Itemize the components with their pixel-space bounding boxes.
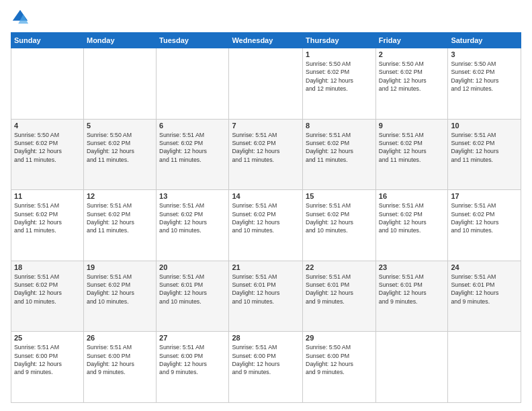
day-info: Sunrise: 5:51 AM Sunset: 6:00 PM Dayligh…	[14, 343, 81, 376]
day-cell: 27Sunrise: 5:51 AM Sunset: 6:00 PM Dayli…	[157, 332, 229, 403]
day-info: Sunrise: 5:50 AM Sunset: 6:02 PM Dayligh…	[451, 60, 518, 93]
day-number: 18	[14, 263, 81, 271]
day-number: 9	[379, 122, 445, 130]
week-row-4: 18Sunrise: 5:51 AM Sunset: 6:02 PM Dayli…	[11, 261, 521, 332]
day-cell: 11Sunrise: 5:51 AM Sunset: 6:02 PM Dayli…	[11, 190, 84, 261]
day-number: 14	[232, 192, 300, 200]
day-cell: 24Sunrise: 5:51 AM Sunset: 6:01 PM Dayli…	[448, 261, 521, 332]
day-number: 12	[87, 192, 153, 200]
day-number: 11	[14, 192, 81, 200]
day-info: Sunrise: 5:51 AM Sunset: 6:02 PM Dayligh…	[14, 201, 81, 234]
day-cell: 1Sunrise: 5:50 AM Sunset: 6:02 PM Daylig…	[303, 48, 376, 120]
day-cell: 19Sunrise: 5:51 AM Sunset: 6:02 PM Dayli…	[83, 261, 156, 332]
day-info: Sunrise: 5:51 AM Sunset: 6:02 PM Dayligh…	[451, 131, 518, 164]
day-info: Sunrise: 5:51 AM Sunset: 6:01 PM Dayligh…	[306, 273, 373, 306]
day-cell: 7Sunrise: 5:51 AM Sunset: 6:02 PM Daylig…	[229, 119, 303, 190]
day-number: 8	[306, 122, 373, 130]
day-number: 15	[306, 192, 373, 200]
day-number: 27	[159, 334, 226, 342]
logo	[11, 8, 32, 27]
day-number: 7	[232, 122, 300, 130]
day-number: 23	[379, 263, 445, 271]
day-number: 16	[379, 192, 445, 200]
day-info: Sunrise: 5:51 AM Sunset: 6:02 PM Dayligh…	[232, 131, 300, 164]
header	[11, 8, 521, 27]
day-cell: 28Sunrise: 5:51 AM Sunset: 6:00 PM Dayli…	[229, 332, 303, 403]
logo-icon	[11, 8, 30, 27]
day-cell	[375, 332, 448, 403]
day-cell	[229, 48, 303, 120]
day-info: Sunrise: 5:50 AM Sunset: 6:02 PM Dayligh…	[87, 131, 153, 164]
day-cell: 9Sunrise: 5:51 AM Sunset: 6:02 PM Daylig…	[375, 119, 448, 190]
day-number: 22	[306, 263, 373, 271]
day-number: 10	[451, 122, 518, 130]
day-cell: 2Sunrise: 5:50 AM Sunset: 6:02 PM Daylig…	[375, 48, 448, 120]
day-cell: 5Sunrise: 5:50 AM Sunset: 6:02 PM Daylig…	[83, 119, 156, 190]
day-info: Sunrise: 5:50 AM Sunset: 6:02 PM Dayligh…	[14, 131, 81, 164]
day-cell: 6Sunrise: 5:51 AM Sunset: 6:02 PM Daylig…	[157, 119, 229, 190]
day-cell: 21Sunrise: 5:51 AM Sunset: 6:01 PM Dayli…	[229, 261, 303, 332]
day-cell: 23Sunrise: 5:51 AM Sunset: 6:01 PM Dayli…	[375, 261, 448, 332]
day-info: Sunrise: 5:51 AM Sunset: 6:02 PM Dayligh…	[159, 131, 226, 164]
day-number: 24	[451, 263, 518, 271]
day-number: 26	[87, 334, 153, 342]
week-row-3: 11Sunrise: 5:51 AM Sunset: 6:02 PM Dayli…	[11, 190, 521, 261]
day-info: Sunrise: 5:51 AM Sunset: 6:02 PM Dayligh…	[232, 201, 300, 234]
day-cell: 20Sunrise: 5:51 AM Sunset: 6:01 PM Dayli…	[157, 261, 229, 332]
day-info: Sunrise: 5:51 AM Sunset: 6:02 PM Dayligh…	[306, 131, 373, 164]
week-row-2: 4Sunrise: 5:50 AM Sunset: 6:02 PM Daylig…	[11, 119, 521, 190]
day-number: 4	[14, 122, 81, 130]
day-number: 29	[306, 334, 373, 342]
day-number: 21	[232, 263, 300, 271]
day-info: Sunrise: 5:50 AM Sunset: 6:02 PM Dayligh…	[379, 60, 445, 93]
day-cell: 26Sunrise: 5:51 AM Sunset: 6:00 PM Dayli…	[83, 332, 156, 403]
day-cell: 18Sunrise: 5:51 AM Sunset: 6:02 PM Dayli…	[11, 261, 84, 332]
day-cell	[11, 48, 84, 120]
day-number: 3	[451, 50, 518, 58]
day-number: 28	[232, 334, 300, 342]
day-info: Sunrise: 5:51 AM Sunset: 6:00 PM Dayligh…	[87, 343, 153, 376]
day-info: Sunrise: 5:51 AM Sunset: 6:02 PM Dayligh…	[14, 273, 81, 306]
day-cell: 10Sunrise: 5:51 AM Sunset: 6:02 PM Dayli…	[448, 119, 521, 190]
day-cell: 12Sunrise: 5:51 AM Sunset: 6:02 PM Dayli…	[83, 190, 156, 261]
day-info: Sunrise: 5:51 AM Sunset: 6:02 PM Dayligh…	[87, 201, 153, 234]
weekday-tuesday: Tuesday	[157, 33, 229, 48]
week-row-1: 1Sunrise: 5:50 AM Sunset: 6:02 PM Daylig…	[11, 48, 521, 120]
weekday-thursday: Thursday	[303, 33, 376, 48]
day-info: Sunrise: 5:51 AM Sunset: 6:02 PM Dayligh…	[159, 201, 226, 234]
day-cell: 8Sunrise: 5:51 AM Sunset: 6:02 PM Daylig…	[303, 119, 376, 190]
day-number: 2	[379, 50, 445, 58]
day-info: Sunrise: 5:51 AM Sunset: 6:02 PM Dayligh…	[451, 201, 518, 234]
day-number: 20	[159, 263, 226, 271]
day-cell: 22Sunrise: 5:51 AM Sunset: 6:01 PM Dayli…	[303, 261, 376, 332]
calendar-table: SundayMondayTuesdayWednesdayThursdayFrid…	[11, 32, 521, 403]
week-row-5: 25Sunrise: 5:51 AM Sunset: 6:00 PM Dayli…	[11, 332, 521, 403]
day-number: 17	[451, 192, 518, 200]
day-number: 13	[159, 192, 226, 200]
day-cell: 13Sunrise: 5:51 AM Sunset: 6:02 PM Dayli…	[157, 190, 229, 261]
weekday-header-row: SundayMondayTuesdayWednesdayThursdayFrid…	[11, 33, 521, 48]
day-cell: 16Sunrise: 5:51 AM Sunset: 6:02 PM Dayli…	[375, 190, 448, 261]
day-cell: 15Sunrise: 5:51 AM Sunset: 6:02 PM Dayli…	[303, 190, 376, 261]
weekday-saturday: Saturday	[448, 33, 521, 48]
day-number: 19	[87, 263, 153, 271]
day-info: Sunrise: 5:50 AM Sunset: 6:00 PM Dayligh…	[306, 343, 373, 376]
day-info: Sunrise: 5:51 AM Sunset: 6:02 PM Dayligh…	[379, 201, 445, 234]
day-cell: 17Sunrise: 5:51 AM Sunset: 6:02 PM Dayli…	[448, 190, 521, 261]
day-info: Sunrise: 5:51 AM Sunset: 6:02 PM Dayligh…	[306, 201, 373, 234]
day-cell	[157, 48, 229, 120]
day-number: 6	[159, 122, 226, 130]
day-cell: 29Sunrise: 5:50 AM Sunset: 6:00 PM Dayli…	[303, 332, 376, 403]
day-number: 5	[87, 122, 153, 130]
day-info: Sunrise: 5:51 AM Sunset: 6:00 PM Dayligh…	[159, 343, 226, 376]
weekday-wednesday: Wednesday	[229, 33, 303, 48]
day-number: 25	[14, 334, 81, 342]
day-info: Sunrise: 5:51 AM Sunset: 6:01 PM Dayligh…	[159, 273, 226, 306]
day-cell	[83, 48, 156, 120]
day-cell: 3Sunrise: 5:50 AM Sunset: 6:02 PM Daylig…	[448, 48, 521, 120]
day-info: Sunrise: 5:51 AM Sunset: 6:01 PM Dayligh…	[451, 273, 518, 306]
day-info: Sunrise: 5:51 AM Sunset: 6:01 PM Dayligh…	[379, 273, 445, 306]
day-info: Sunrise: 5:51 AM Sunset: 6:00 PM Dayligh…	[232, 343, 300, 376]
day-info: Sunrise: 5:51 AM Sunset: 6:01 PM Dayligh…	[232, 273, 300, 306]
day-cell	[448, 332, 521, 403]
